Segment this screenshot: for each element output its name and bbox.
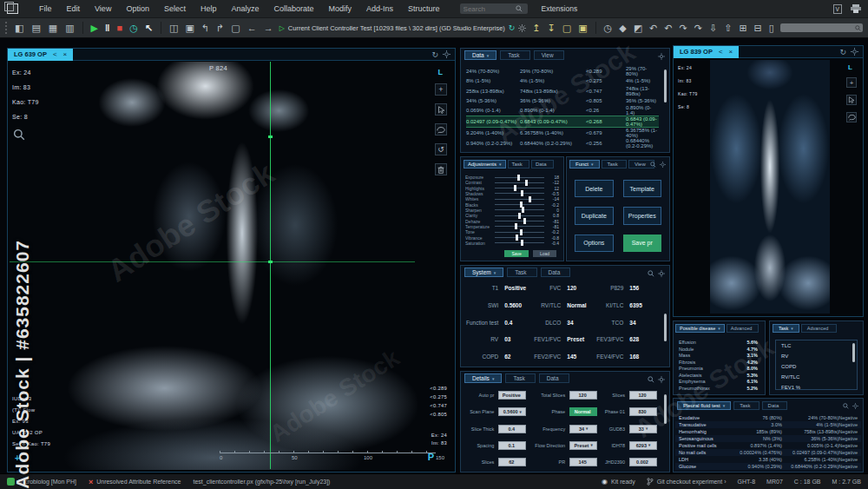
magnify-tool-icon[interactable]: [13, 129, 25, 141]
gear-icon[interactable]: [443, 50, 450, 58]
gear-icon[interactable]: [851, 48, 858, 56]
panel-tab[interactable]: Adjustments▾: [464, 160, 506, 169]
scrollbar[interactable]: [664, 394, 667, 424]
table-row[interactable]: Glucose 0.940% (0.29%) 0.68440% (0.2-0.2…: [675, 463, 861, 470]
import-icon[interactable]: ↰: [201, 23, 209, 33]
pause-icon[interactable]: ‖: [105, 23, 109, 33]
slider-handle[interactable]: [529, 196, 531, 202]
field-input[interactable]: 145: [569, 458, 597, 466]
slider-track[interactable]: [495, 182, 544, 183]
field-input[interactable]: Preset ▾: [569, 441, 597, 450]
panel-tab[interactable]: Task: [733, 401, 759, 410]
table-row[interactable]: LDH 3.38 (40%) 6.258% (1-40%) Negative: [675, 456, 861, 463]
tab-close-icon[interactable]: ×: [729, 48, 733, 56]
zoom-out-icon[interactable]: ⊟: [754, 23, 762, 33]
table-row[interactable]: 34% (5-36%) 36% (5-36%) <0.805 36% (5-36…: [466, 96, 659, 106]
add-annotation-icon[interactable]: +: [435, 83, 447, 96]
field-input[interactable]: 0.1: [498, 441, 526, 450]
gear-icon[interactable]: [658, 270, 665, 277]
task-list-item[interactable]: COPD: [776, 361, 857, 372]
scrollbar[interactable]: [852, 343, 855, 362]
right-viewer-tab[interactable]: LG 839 OP < ×: [674, 46, 739, 58]
table-row[interactable]: 0.940% (0.2-0.29%) 0.68440% (0.2-0.29%) …: [466, 138, 659, 149]
slider-handle[interactable]: [514, 185, 516, 191]
slider-handle[interactable]: [522, 207, 524, 213]
refresh-icon[interactable]: ↻: [839, 48, 846, 56]
template-button[interactable]: Template: [623, 180, 662, 197]
menubar-search[interactable]: [460, 3, 528, 14]
panel-tab[interactable]: Data: [541, 268, 571, 277]
mixer-panel-icon[interactable]: ▥: [65, 23, 74, 33]
git-status[interactable]: Git checkout experiment ›: [647, 478, 727, 486]
download-icon[interactable]: ⇩: [709, 23, 717, 33]
error-status[interactable]: × Unresolved Attribute Reference: [89, 478, 181, 486]
menu-item[interactable]: Help: [201, 4, 217, 13]
task-list-item[interactable]: RV: [776, 351, 857, 361]
disease-row[interactable]: Pneumonia 8.0%: [679, 366, 758, 371]
redo-all-icon[interactable]: ↷: [694, 23, 702, 33]
timer-icon[interactable]: ◷: [129, 23, 138, 33]
menu-item[interactable]: Collaborate: [273, 4, 313, 13]
search-icon[interactable]: [843, 403, 849, 409]
panel-tab[interactable]: Data: [762, 401, 788, 410]
panel-tab[interactable]: Pleural fluid test▾: [677, 401, 731, 410]
cascade-windows-icon[interactable]: ◫: [169, 23, 178, 33]
lasso-tool-icon[interactable]: [435, 123, 447, 135]
crosshair-marker[interactable]: [268, 135, 273, 138]
properties-button[interactable]: Properties: [623, 207, 662, 224]
task-list-item[interactable]: TLC: [776, 340, 857, 351]
disease-row[interactable]: Fibrosis 4.2%: [679, 360, 758, 365]
field-input[interactable]: 33 ▾: [629, 425, 657, 433]
load-button[interactable]: Load: [533, 250, 556, 257]
left-viewer-tab[interactable]: LG 639 OP < ×: [8, 49, 73, 61]
field-input[interactable]: Normal: [569, 407, 597, 416]
add-annotation-icon[interactable]: +: [846, 77, 857, 88]
task-list-item[interactable]: FEV1 %: [776, 382, 857, 390]
table-row[interactable]: 8% (1-5%) 4% (1-5%) <0.275 4% (1-5%): [466, 76, 659, 86]
slider-handle[interactable]: [517, 175, 520, 181]
extensions-menu[interactable]: Extensions: [542, 4, 578, 13]
upload-icon[interactable]: ⇧: [724, 23, 732, 33]
disease-row[interactable]: Mass 3.1%: [679, 353, 758, 358]
mri-lumbar-image[interactable]: [710, 60, 830, 314]
options-button[interactable]: Options: [575, 235, 614, 252]
panel-tab[interactable]: Task: [507, 268, 536, 277]
save-button[interactable]: Save: [504, 250, 528, 257]
notifications-icon[interactable]: v: [833, 4, 843, 14]
mri-cervical-image[interactable]: [10, 62, 418, 470]
save-pr-button[interactable]: Save pr: [623, 235, 662, 252]
field-input[interactable]: 0.002: [629, 458, 657, 466]
slider-track[interactable]: [495, 188, 544, 188]
diff-icon[interactable]: ◆: [619, 23, 626, 33]
history-icon[interactable]: ◷: [604, 23, 613, 33]
undo-all-icon[interactable]: ↶: [664, 23, 672, 33]
slider-track[interactable]: [495, 209, 544, 210]
slider-track[interactable]: [495, 204, 544, 205]
duplicate-page-icon[interactable]: ▣: [578, 23, 587, 33]
slider-track[interactable]: [495, 237, 544, 238]
export-file-icon[interactable]: ↧: [548, 23, 556, 33]
field-input[interactable]: 6293 ▾: [629, 441, 657, 450]
export-icon[interactable]: ↱: [216, 23, 224, 33]
panel-tab[interactable]: Possible disease▾: [675, 324, 725, 333]
tab-back-icon[interactable]: <: [53, 50, 57, 58]
gear-icon[interactable]: [518, 24, 526, 32]
undo-icon[interactable]: ↶: [649, 23, 657, 33]
trash-icon[interactable]: [435, 163, 447, 175]
refresh-icon[interactable]: ↻: [431, 50, 438, 59]
search-icon[interactable]: [650, 162, 656, 168]
zoom-in-icon[interactable]: ⊞: [739, 23, 746, 33]
scrollbar[interactable]: [664, 314, 667, 341]
menu-item[interactable]: Structure: [408, 4, 440, 13]
disease-row[interactable]: Emphysema 6.1%: [679, 379, 758, 384]
layout-icon[interactable]: ◩: [634, 23, 642, 33]
delete-button[interactable]: Delete: [575, 180, 614, 197]
slider-handle[interactable]: [518, 213, 521, 219]
crosshair-marker[interactable]: [268, 261, 273, 263]
disease-row[interactable]: Effusion 5.6%: [679, 340, 758, 345]
panel-tab[interactable]: Data▾: [464, 50, 496, 60]
new-file-icon[interactable]: ▢: [231, 23, 240, 33]
gear-icon[interactable]: [660, 162, 666, 168]
table-row[interactable]: 0.069% (0-1.4) 0.890% (0-1.4) <0.26 0.89…: [466, 105, 659, 116]
slider-handle[interactable]: [520, 229, 523, 235]
